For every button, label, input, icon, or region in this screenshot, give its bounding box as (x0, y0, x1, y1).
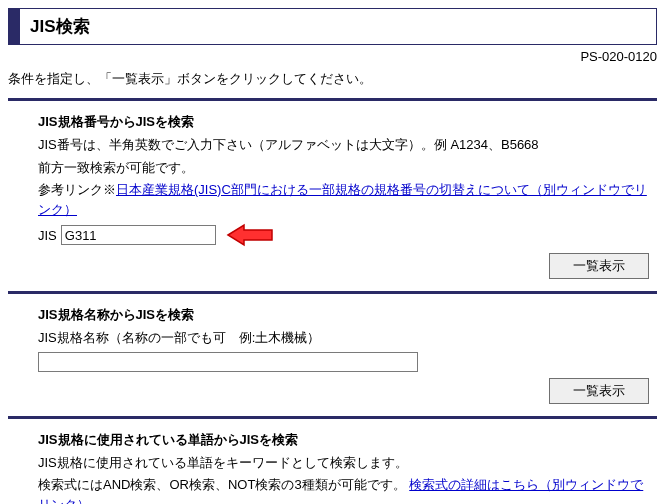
ref-prefix: 参考リンク※ (38, 182, 116, 197)
divider (8, 291, 657, 294)
section2-title: JIS規格名称からJISを検索 (38, 306, 649, 324)
divider (8, 416, 657, 419)
section1-ref: 参考リンク※日本産業規格(JIS)C部門における一部規格の規格番号の切替えについ… (38, 180, 649, 219)
divider (8, 98, 657, 101)
section3-line1: JIS規格に使用されている単語をキーワードとして検索します。 (38, 453, 649, 473)
section2-input-row (38, 352, 649, 372)
section1-input-row: JIS (38, 223, 649, 247)
list-display-button-1[interactable]: 一覧表示 (549, 253, 649, 279)
list-display-button-2[interactable]: 一覧表示 (549, 378, 649, 404)
jis-name-input[interactable] (38, 352, 418, 372)
section-search-by-name: JIS規格名称からJISを検索 JIS規格名称（名称の一部でも可 例:土木機械）… (8, 300, 657, 412)
ref-link[interactable]: 日本産業規格(JIS)C部門における一部規格の規格番号の切替えについて（別ウィン… (38, 182, 647, 217)
section-search-by-number: JIS規格番号からJISを検索 JIS番号は、半角英数でご入力下さい（アルファベ… (8, 107, 657, 287)
section1-line1: JIS番号は、半角英数でご入力下さい（アルファベットは大文字）。例 A1234、… (38, 135, 649, 155)
instruction-text: 条件を指定し、「一覧表示」ボタンをクリックしてください。 (8, 70, 657, 88)
jis-number-input[interactable] (61, 225, 216, 245)
page-title: JIS検索 (8, 8, 657, 45)
pointer-arrow-icon (226, 223, 276, 247)
section3-line2-prefix: 検索式にはAND検索、OR検索、NOT検索の3種類が可能です。 (38, 477, 406, 492)
section1-title: JIS規格番号からJISを検索 (38, 113, 649, 131)
section2-line1: JIS規格名称（名称の一部でも可 例:土木機械） (38, 328, 649, 348)
page-code: PS-020-0120 (8, 49, 657, 64)
section3-title: JIS規格に使用されている単語からJISを検索 (38, 431, 649, 449)
section-search-by-keyword: JIS規格に使用されている単語からJISを検索 JIS規格に使用されている単語を… (8, 425, 657, 505)
section3-line2: 検索式にはAND検索、OR検索、NOT検索の3種類が可能です。 検索式の詳細はこ… (38, 475, 649, 504)
jis-input-label: JIS (38, 228, 57, 243)
section1-line2: 前方一致検索が可能です。 (38, 158, 649, 178)
